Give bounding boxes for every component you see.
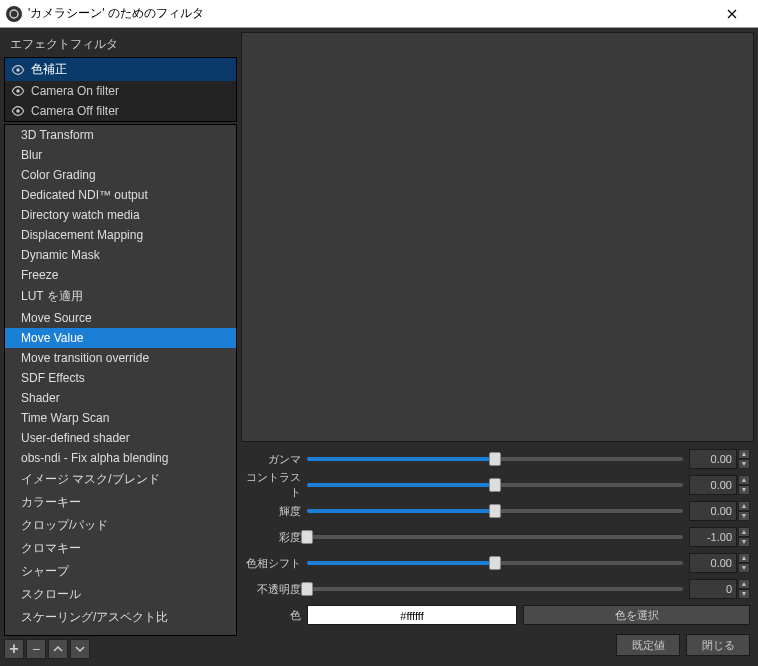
filter-label: Camera On filter [31,84,119,98]
defaults-button[interactable]: 既定値 [616,634,680,656]
property-label: 色相シフト [245,556,301,571]
menu-item[interactable]: 3D Transform [5,125,236,145]
close-button[interactable] [712,0,752,27]
property-spinner[interactable]: -1.00▲▼ [689,527,750,547]
menu-item[interactable]: Shader [5,388,236,408]
window-title: 'カメラシーン' のためのフィルタ [28,5,712,22]
property-slider[interactable] [307,528,683,546]
spin-down-icon[interactable]: ▼ [738,563,750,573]
property-value[interactable]: 0.00 [689,553,737,573]
app-icon [6,6,22,22]
spin-up-icon[interactable]: ▲ [738,527,750,537]
property-label: 彩度 [245,530,301,545]
property-spinner[interactable]: 0.00▲▼ [689,449,750,469]
filter-type-menu[interactable]: 3D TransformBlurColor GradingDedicated N… [4,124,237,636]
spin-down-icon[interactable]: ▼ [738,459,750,469]
menu-item[interactable]: Displacement Mapping [5,225,236,245]
property-value[interactable]: 0.00 [689,501,737,521]
property-slider[interactable] [307,580,683,598]
spin-down-icon[interactable]: ▼ [738,485,750,495]
move-up-button[interactable] [48,639,68,659]
svg-point-1 [16,68,20,72]
menu-item[interactable]: Freeze [5,265,236,285]
filter-row[interactable]: Camera Off filter [5,101,236,121]
filter-label: Camera Off filter [31,104,119,118]
svg-point-0 [10,10,18,18]
property-spinner[interactable]: 0▲▼ [689,579,750,599]
color-label: 色 [245,608,301,623]
menu-item[interactable]: Directory watch media [5,205,236,225]
visibility-icon[interactable] [11,104,25,118]
filter-toolbar: + − [4,636,237,662]
menu-item[interactable]: シャープ [5,560,236,583]
filter-label: 色補正 [31,61,67,78]
menu-item[interactable]: Move Source [5,308,236,328]
menu-item[interactable]: Color Grading [5,165,236,185]
property-label: 不透明度 [245,582,301,597]
menu-item[interactable]: イメージ マスク/ブレンド [5,468,236,491]
menu-item[interactable]: SDF Effects [5,368,236,388]
property-slider[interactable] [307,502,683,520]
menu-item[interactable]: LUT を適用 [5,285,236,308]
property-spinner[interactable]: 0.00▲▼ [689,553,750,573]
spin-down-icon[interactable]: ▼ [738,511,750,521]
menu-item[interactable]: Blur [5,145,236,165]
color-value: #ffffff [307,605,517,625]
filter-row[interactable]: 色補正 [5,58,236,81]
property-label: コントラスト [245,470,301,500]
spin-down-icon[interactable]: ▼ [738,537,750,547]
menu-item[interactable]: Dynamic Mask [5,245,236,265]
properties-panel: ガンマ0.00▲▼コントラスト0.00▲▼輝度0.00▲▼彩度-1.00▲▼色相… [241,442,754,628]
move-down-button[interactable] [70,639,90,659]
menu-item[interactable]: Time Warp Scan [5,408,236,428]
visibility-icon[interactable] [11,84,25,98]
property-row: 色相シフト0.00▲▼ [245,552,750,574]
menu-item[interactable]: Move Value [5,328,236,348]
effect-filters-header: エフェクトフィルタ [4,32,237,57]
filter-list: 色補正Camera On filterCamera Off filter [4,57,237,122]
remove-filter-button[interactable]: − [26,639,46,659]
property-slider[interactable] [307,450,683,468]
property-row: コントラスト0.00▲▼ [245,474,750,496]
menu-item[interactable]: obs-ndi - Fix alpha blending [5,448,236,468]
property-label: ガンマ [245,452,301,467]
spin-up-icon[interactable]: ▲ [738,475,750,485]
visibility-icon[interactable] [11,63,25,77]
property-label: 輝度 [245,504,301,519]
property-value[interactable]: 0 [689,579,737,599]
close-dialog-button[interactable]: 閉じる [686,634,750,656]
add-filter-button[interactable]: + [4,639,24,659]
property-row: 彩度-1.00▲▼ [245,526,750,548]
spin-up-icon[interactable]: ▲ [738,553,750,563]
property-value[interactable]: -1.00 [689,527,737,547]
filter-row[interactable]: Camera On filter [5,81,236,101]
spin-up-icon[interactable]: ▲ [738,501,750,511]
svg-point-3 [16,109,20,113]
menu-item[interactable]: Move transition override [5,348,236,368]
property-value[interactable]: 0.00 [689,449,737,469]
menu-item[interactable]: スケーリング/アスペクト比 [5,606,236,629]
menu-item[interactable]: スクロール [5,583,236,606]
color-row: 色#ffffff色を選択 [245,604,750,626]
property-spinner[interactable]: 0.00▲▼ [689,475,750,495]
menu-item[interactable]: ルマキー [5,629,236,636]
property-row: 輝度0.00▲▼ [245,500,750,522]
spin-up-icon[interactable]: ▲ [738,579,750,589]
property-row: 不透明度0▲▼ [245,578,750,600]
preview-pane [241,32,754,442]
menu-item[interactable]: Dedicated NDI™ output [5,185,236,205]
property-row: ガンマ0.00▲▼ [245,448,750,470]
menu-item[interactable]: クロマキー [5,537,236,560]
spin-up-icon[interactable]: ▲ [738,449,750,459]
menu-item[interactable]: クロップ/パッド [5,514,236,537]
property-value[interactable]: 0.00 [689,475,737,495]
menu-item[interactable]: カラーキー [5,491,236,514]
svg-point-2 [16,89,20,93]
property-slider[interactable] [307,554,683,572]
menu-item[interactable]: User-defined shader [5,428,236,448]
choose-color-button[interactable]: 色を選択 [523,605,750,625]
spin-down-icon[interactable]: ▼ [738,589,750,599]
property-slider[interactable] [307,476,683,494]
property-spinner[interactable]: 0.00▲▼ [689,501,750,521]
